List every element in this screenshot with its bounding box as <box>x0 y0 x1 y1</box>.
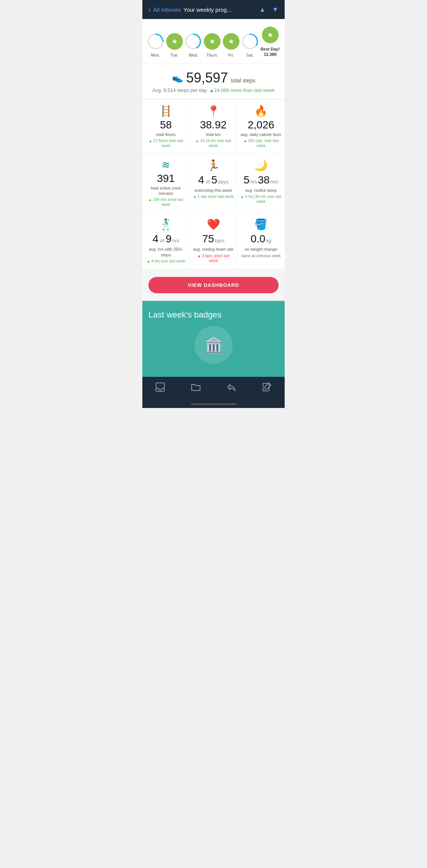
day-item-thurs: ★ Thurs. <box>204 33 221 57</box>
floors-title: total floors <box>156 132 176 137</box>
active-hrs-fraction: 4 of 9 hrs <box>153 233 179 245</box>
calories-delta: ▲ 285 cals. over last week <box>240 138 282 148</box>
exercise-of: of <box>206 179 210 185</box>
exercise-delta: ▲ 1 day since last week <box>193 194 234 199</box>
steps-avg: Avg. 8,514 steps per day. <box>152 87 208 93</box>
calories-icon: 🔥 <box>254 105 268 117</box>
view-dashboard-button[interactable]: VIEW DASHBOARD <box>148 277 279 293</box>
km-delta: ▲ 15.16 km over last week <box>193 138 234 148</box>
days-row: Mon. ★ Tue. Wed. ★ Thurs. ★ Fri. Sat. ★ … <box>142 19 285 63</box>
stat-heart-rate: ❤️ 75 bpm avg. resting heart rate ▲ 3 bp… <box>190 213 237 269</box>
day-item-fri: ★ Fri. <box>223 33 239 57</box>
floors-icon: 🪜 <box>159 105 173 117</box>
day-item-wed: Wed. <box>185 33 202 57</box>
exercise-denominator: 5 <box>211 174 217 186</box>
sleep-delta: ▲ 5 hrs 38 min over last week <box>240 194 282 204</box>
active-hrs-denominator: 9 <box>165 233 172 245</box>
move-down-icon[interactable]: ▼ <box>272 6 279 14</box>
steps-label: total steps <box>231 77 255 86</box>
day-item-tue: ★ Tue. <box>166 33 183 57</box>
toolbar-reply-button[interactable] <box>222 381 240 396</box>
dashboard-section: VIEW DASHBOARD <box>142 269 285 301</box>
day-ring-wed <box>185 33 202 50</box>
sleep-icon: 🌙 <box>254 159 268 172</box>
km-number: 38.92 <box>200 120 227 130</box>
exercise-title: exercising this week <box>195 188 232 193</box>
sleep-hrs-unit: hrs <box>250 179 257 185</box>
shoe-icon: 👟 <box>172 73 183 83</box>
km-icon: 📍 <box>207 105 220 117</box>
home-bar <box>191 403 236 405</box>
reply-toolbar-icon <box>226 382 236 392</box>
stat-active-hrs: 🕺 4 of 9 hrs avg. hrs with 250+ steps ▲ … <box>142 213 190 269</box>
folder-toolbar-icon <box>191 382 201 392</box>
floors-delta: ▲ 22 floors over last week <box>145 138 186 148</box>
active-hrs-numerator: 4 <box>153 233 159 245</box>
inbox-toolbar-icon <box>155 382 165 392</box>
bottom-toolbar <box>142 377 285 403</box>
back-button[interactable]: ‹ <box>148 5 151 14</box>
sleep-title: avg. restful sleep <box>245 188 277 193</box>
active-zone-icon: ≋ <box>162 159 170 171</box>
day-item-sat: Sat. <box>242 33 258 57</box>
day-label-mon: Mon. <box>151 53 160 57</box>
stats-grid: 🪜 58 total floors ▲ 22 floors over last … <box>142 99 285 269</box>
heart-rate-number: 75 <box>202 233 214 245</box>
email-subject: Your weekly prog... <box>183 6 232 13</box>
day-label-best: Best Day!12,388 <box>260 46 280 57</box>
active-hrs-of: of <box>160 238 164 243</box>
toolbar-inbox-button[interactable] <box>151 381 169 396</box>
svg-rect-7 <box>263 383 269 391</box>
sleep-hrs-num: 5 <box>244 174 250 186</box>
weight-unit: kg <box>266 238 271 243</box>
day-circle-tue: ★ <box>166 33 183 50</box>
day-label-thurs: Thurs. <box>206 53 218 57</box>
heart-rate-icon: ❤️ <box>207 218 220 231</box>
km-title: total km <box>206 132 221 137</box>
exercise-fraction: 4 of 5 days <box>198 174 228 186</box>
active-zone-title: total active zone minutes <box>145 185 186 196</box>
inbox-link[interactable]: All Inboxes <box>153 6 181 13</box>
heart-rate-value: 75 bpm <box>202 233 224 245</box>
toolbar-compose-button[interactable] <box>258 381 276 396</box>
floors-number: 58 <box>160 120 172 130</box>
active-hrs-icon: 🕺 <box>159 218 173 231</box>
exercise-icon: 🏃 <box>207 159 220 172</box>
stat-sleep: 🌙 5 hrs 38 min avg. restful sleep ▲ 5 hr… <box>237 154 285 213</box>
stat-exercise-days: 🏃 4 of 5 days exercising this week ▲ 1 d… <box>190 154 237 213</box>
exercise-numerator: 4 <box>198 174 204 186</box>
calories-title: avg. daily calorie burn <box>241 132 281 137</box>
active-zone-delta: ▲ 284 min since last week <box>145 197 186 207</box>
heart-rate-title: avg. resting heart rate <box>193 247 233 252</box>
header-left: ‹ All Inboxes Your weekly prog... <box>148 5 232 14</box>
heart-rate-delta: ▲ 3 bpm since last week <box>193 253 234 263</box>
toolbar-folder-button[interactable] <box>187 381 205 396</box>
move-up-icon[interactable]: ▲ <box>259 6 266 14</box>
day-ring-mon <box>147 33 164 50</box>
exercise-unit: days <box>218 179 228 185</box>
stat-weight: 🪣 0.0 kg no weight change same as previo… <box>237 213 285 269</box>
header: ‹ All Inboxes Your weekly prog... ▲ ▼ <box>142 0 285 19</box>
sleep-min-unit: min <box>270 179 278 185</box>
badges-section: Last week's badges 🏛️ <box>142 301 285 377</box>
active-hrs-title: avg. hrs with 250+ steps <box>145 247 186 258</box>
weight-number: 0.0 <box>251 233 265 245</box>
weight-title: no weight change <box>244 247 277 252</box>
steps-number: 59,597 <box>186 70 228 86</box>
day-circle-thurs: ★ <box>204 33 221 50</box>
stat-calories: 🔥 2,026 avg. daily calorie burn ▲ 285 ca… <box>237 100 285 154</box>
day-label-tue: Tue. <box>170 53 179 57</box>
calories-number: 2,026 <box>247 120 274 130</box>
home-indicator <box>142 403 285 408</box>
sleep-time: 5 hrs 38 min <box>244 174 279 186</box>
steps-delta: ▲24,066 more than last week <box>209 87 275 93</box>
header-actions: ▲ ▼ <box>259 6 279 14</box>
stat-km: 📍 38.92 total km ▲ 15.16 km over last we… <box>190 100 237 154</box>
day-circle-best: ★ <box>262 27 279 43</box>
steps-section: 👟 59,597 total steps Avg. 8,514 steps pe… <box>142 63 285 99</box>
compose-toolbar-icon <box>262 382 272 392</box>
heart-rate-unit: bpm <box>215 238 224 243</box>
day-label-sat: Sat. <box>246 53 254 57</box>
stat-active-zone: ≋ 391 total active zone minutes ▲ 284 mi… <box>142 154 190 213</box>
badge-icon: 🏛️ <box>195 326 233 364</box>
